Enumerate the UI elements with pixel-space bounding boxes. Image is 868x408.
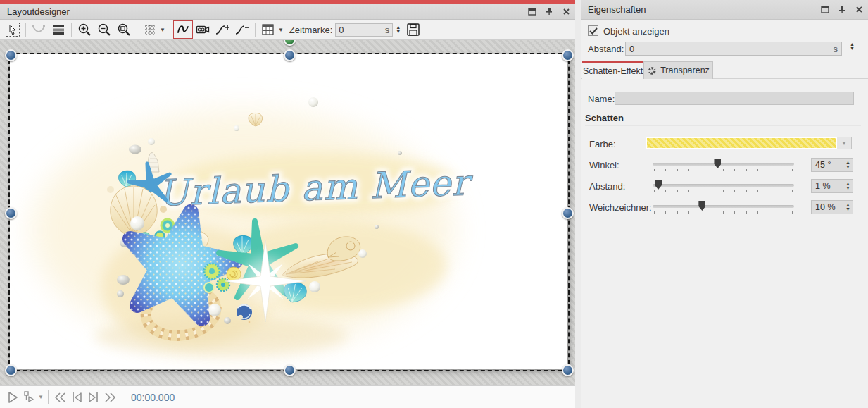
winkel-spinbox[interactable]: 45 ° ▲▼: [811, 158, 853, 172]
rewind-button[interactable]: [51, 389, 68, 406]
abstand-label: Abstand:: [589, 181, 625, 192]
abstand-slider[interactable]: [653, 184, 794, 187]
winkel-label: Winkel:: [589, 160, 619, 171]
layout-page[interactable]: Urlaub am Meer Urlaub am Meer: [10, 54, 567, 369]
zoom-fit-icon[interactable]: [114, 20, 134, 39]
play-options-dropdown-icon[interactable]: ▼: [38, 394, 44, 400]
abstand-time-spinner[interactable]: ▲▼: [850, 42, 855, 51]
resize-handle-nw[interactable]: [5, 49, 17, 61]
teal-starfish: [219, 221, 296, 297]
zoom-in-icon[interactable]: [75, 20, 94, 39]
time-display: 00:00.000: [131, 392, 175, 403]
slider-ticks: [654, 169, 793, 172]
turret-shell: [147, 152, 159, 172]
layers-icon[interactable]: [49, 20, 68, 39]
eigenschaften-panel: Eigenschaften Objekt anzeigen Abstand: 0…: [581, 0, 868, 408]
effect-tabs: Schatten-Effekt Transparenz: [581, 61, 868, 79]
close-icon[interactable]: [561, 7, 571, 16]
curve-edit-icon[interactable]: [29, 20, 49, 39]
name-input[interactable]: [615, 92, 854, 105]
zoom-out-icon[interactable]: [94, 20, 114, 39]
application-window: Layoutdesigner ▼: [0, 0, 868, 408]
previous-frame-button[interactable]: [68, 389, 85, 406]
curve-add-icon[interactable]: [213, 20, 232, 39]
curve-tool-icon[interactable]: [173, 20, 193, 39]
winkel-value: 45 °: [815, 160, 831, 170]
spinner-down-icon: ▼: [845, 165, 850, 169]
background-glow: [31, 111, 458, 356]
design-canvas-area[interactable]: Urlaub am Meer Urlaub am Meer: [0, 40, 575, 385]
color-swatch: [646, 137, 837, 149]
pin-icon[interactable]: [837, 6, 847, 14]
slider-ticks: [654, 211, 793, 214]
resize-handle-w[interactable]: [5, 207, 17, 219]
pearl: [107, 186, 114, 193]
weichzeichner-slider[interactable]: [653, 205, 794, 208]
restore-icon[interactable]: [820, 6, 830, 14]
section-divider: [585, 125, 861, 126]
camera-icon[interactable]: [193, 20, 213, 39]
close-icon[interactable]: [854, 6, 864, 14]
eigenschaften-title: Eigenschaften: [581, 4, 646, 15]
abstand-time-label: Abstand:: [588, 44, 624, 54]
slider-handle[interactable]: [655, 180, 662, 190]
abstand-time-value: 0: [629, 44, 634, 54]
play-button[interactable]: [4, 389, 21, 406]
timeline-table-icon[interactable]: [258, 20, 278, 39]
pearl: [309, 281, 320, 292]
conch-shell: [327, 237, 360, 261]
panel-splitter[interactable]: [575, 0, 581, 408]
scatter-top: [129, 97, 402, 229]
blue-fan-shell-right: [282, 280, 308, 304]
shadow-color-picker[interactable]: ▼: [646, 137, 852, 149]
pearl: [208, 304, 221, 316]
tab-schatten-effekt[interactable]: Schatten-Effekt: [582, 61, 643, 79]
restore-icon[interactable]: [527, 7, 537, 16]
layoutdesigner-titlebar: Layoutdesigner: [0, 4, 575, 20]
farbe-label: Farbe:: [589, 139, 616, 149]
zeitmarke-unit: s: [385, 25, 390, 35]
show-object-checkbox[interactable]: [588, 25, 598, 36]
play-from-marker-button[interactable]: [21, 389, 38, 406]
rotation-handle[interactable]: [284, 40, 296, 46]
winkel-slider[interactable]: [653, 163, 794, 166]
fast-forward-button[interactable]: [102, 389, 119, 406]
table-dropdown-icon[interactable]: ▼: [278, 27, 284, 33]
tab-label: Transparenz: [660, 66, 710, 75]
canvas-image[interactable]: Urlaub am Meer Urlaub am Meer: [10, 54, 567, 369]
abstand-time-input[interactable]: 0 s: [625, 42, 842, 56]
weichzeichner-spinbox[interactable]: 10 % ▲▼: [811, 200, 853, 214]
resize-handle-ne[interactable]: [562, 49, 574, 61]
spinner-down-icon: ▼: [396, 30, 401, 34]
slider-handle[interactable]: [698, 201, 705, 211]
resize-handle-n[interactable]: [284, 49, 296, 61]
select-tool-icon[interactable]: [3, 20, 23, 39]
eigenschaften-titlebar: Eigenschaften: [581, 0, 868, 20]
resize-handle-s[interactable]: [284, 364, 296, 376]
next-frame-button[interactable]: [85, 389, 102, 406]
save-icon[interactable]: [403, 20, 423, 39]
pin-icon[interactable]: [544, 7, 554, 16]
pearl: [160, 206, 167, 213]
zeitmarke-input[interactable]: 0 s: [335, 23, 393, 37]
tab-transparenz[interactable]: Transparenz: [643, 61, 713, 79]
resize-handle-e[interactable]: [562, 207, 574, 219]
color-dropdown-icon: ▼: [837, 137, 851, 149]
ribbed-long-shell: [282, 254, 358, 278]
curve-remove-icon[interactable]: [232, 20, 252, 39]
pearl: [224, 317, 231, 324]
small-blue-starfish: [129, 163, 170, 204]
slider-ticks: [654, 190, 793, 193]
fan-ridges: [122, 173, 132, 186]
resize-handle-sw[interactable]: [5, 364, 17, 376]
resize-handle-se[interactable]: [562, 364, 574, 376]
slider-handle[interactable]: [714, 159, 721, 168]
zeitmarke-spinner[interactable]: ▲▼: [396, 25, 401, 34]
pebble: [117, 290, 124, 297]
tab-label: Schatten-Effekt: [583, 66, 643, 76]
abstand-spinbox[interactable]: 1 % ▲▼: [811, 179, 853, 193]
zeitmarke-value: 0: [339, 25, 344, 35]
pebble: [120, 239, 131, 247]
grid-dropdown-icon[interactable]: ▼: [160, 27, 165, 33]
grid-icon[interactable]: [140, 20, 160, 39]
